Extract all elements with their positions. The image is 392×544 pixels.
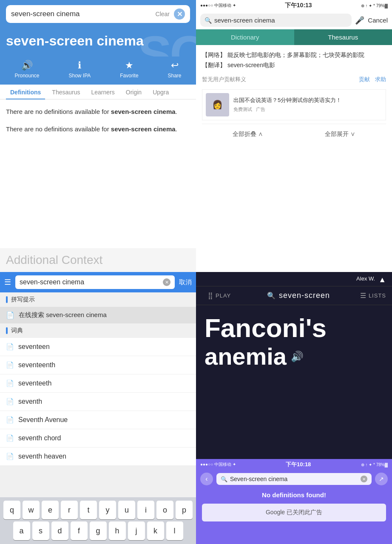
key-a[interactable]: a: [13, 521, 30, 540]
q3-dict-label: 词典: [11, 327, 23, 334]
key-l[interactable]: l: [166, 521, 183, 540]
q4b-clear-button[interactable]: ✕: [361, 476, 367, 482]
q3-suggestion-seventh-chord[interactable]: 📄 seventh chord: [0, 429, 196, 448]
key-y[interactable]: y: [99, 501, 116, 519]
key-w[interactable]: w: [23, 501, 40, 519]
q1-tabs: Definitions Thesaurus Learners Origin Up…: [0, 85, 196, 99]
q4-sound-icon[interactable]: 🔊: [291, 351, 304, 363]
q3-cancel-button[interactable]: 取消: [179, 278, 192, 286]
q4-lists-nav[interactable]: ☰ LISTS: [360, 292, 386, 300]
q4-play-icon: ⣿: [208, 292, 213, 300]
key-r[interactable]: r: [61, 501, 78, 519]
q2-expand-all-button[interactable]: 全部展开 ∨: [325, 129, 355, 139]
q3-suggestion-text-2: seventeenth: [18, 361, 55, 369]
q3-suggestion-seventh-heaven[interactable]: 📄 seventh heaven: [0, 448, 196, 466]
q1-pronounce-button[interactable]: 🔊 Pronounce: [14, 60, 39, 79]
q1-clear-button[interactable]: Clear: [156, 11, 170, 17]
q2-tab-thesaurus[interactable]: Thesaurus: [294, 29, 392, 45]
q4-vocab-app: Alex W. ▲ ⣿ PLAY 🔍 seven-screen ☰ LISTS …: [196, 272, 392, 544]
tab-upgrade[interactable]: Upgra: [148, 85, 173, 99]
q2-contrib-link2[interactable]: 求助: [375, 75, 386, 84]
q2-contrib-row: 暂无用户贡献释义 贡献 求助: [202, 75, 386, 84]
tab-definitions[interactable]: Definitions: [6, 85, 45, 99]
q4-anemia-row: anemia 🔊: [205, 343, 383, 370]
q2-contrib-link1[interactable]: 贡献: [359, 75, 370, 84]
q2-cancel-button[interactable]: Cancel: [368, 17, 388, 24]
q2-contrib-label: 暂无用户贡献释义: [202, 75, 246, 84]
q3-search-input[interactable]: [20, 278, 163, 286]
q4b-no-definitions: No definitions found!: [196, 488, 392, 501]
q1-dictionary-app: Clear ✕ seven-screen cinema SC 🔊 Pronoun…: [0, 0, 196, 272]
q3-suggestion-seventeen[interactable]: 📄 seventeen: [0, 338, 196, 356]
q1-definition-para2: There are no definitions available for s…: [6, 125, 190, 134]
q4-play-label: PLAY: [216, 292, 231, 299]
q2-ad-badge: 广告: [256, 107, 265, 112]
q3-suggestion-seventeenth[interactable]: 📄 seventeenth: [0, 356, 196, 374]
q1-share-button[interactable]: ↩ Share: [168, 60, 182, 79]
q3-online-search-item[interactable]: 📄 在线搜索 seven-screen cinema: [0, 307, 196, 323]
q4b-battery: ⊕ ↑ ✦ * 78%▓: [361, 462, 388, 467]
q1-additional-context: Additional Context: [0, 248, 196, 272]
pronounce-label: Pronounce: [14, 73, 39, 79]
key-q[interactable]: q: [3, 501, 20, 519]
key-f[interactable]: f: [71, 521, 88, 540]
q2-search-box[interactable]: 🔍 seven-screen cinema: [200, 14, 352, 27]
q4b-status-bar: ●●●○○ 中国移动 ✦ 下午10:18 ⊕ ↑ ✦ * 78%▓: [196, 459, 392, 470]
key-s[interactable]: s: [32, 521, 49, 540]
q4b-back-button[interactable]: ‹: [200, 473, 213, 485]
key-j[interactable]: j: [128, 521, 145, 540]
tab-thesaurus[interactable]: Thesaurus: [48, 85, 84, 99]
tab-learners[interactable]: Learners: [87, 85, 119, 99]
q3-doc-icon: 📄: [6, 311, 14, 319]
q3-suggestion-text-6: seventh chord: [18, 434, 61, 442]
q4-lists-icon: ☰: [360, 292, 366, 300]
q3-hint-label: 拼写提示: [11, 296, 35, 303]
q2-tab-dictionary[interactable]: Dictionary: [196, 29, 294, 45]
q1-close-button[interactable]: ✕: [174, 8, 185, 20]
q4-user-avatar[interactable]: ▲: [378, 275, 386, 284]
key-i[interactable]: i: [137, 501, 154, 519]
key-t[interactable]: t: [80, 501, 97, 519]
q3-suggestion-seventeeth[interactable]: 📄 seventeeth: [0, 374, 196, 393]
q3-doc-icon-3: 📄: [6, 380, 14, 387]
q2-search-row: 🔍 seven-screen cinema 🎤 Cancel: [196, 11, 392, 29]
q4-play-nav[interactable]: ⣿ PLAY: [202, 289, 237, 302]
key-d[interactable]: d: [51, 521, 68, 540]
q2-chinese-dictionary: ●●●○○ 中国移动 ✦ 下午10:13 ⊕ ↑ ✦ * 79%▓ 🔍 seve…: [196, 0, 392, 272]
key-u[interactable]: u: [118, 501, 135, 519]
key-h[interactable]: h: [109, 521, 126, 540]
q2-ad-text: 出国不会说英语？5分钟测试你的英语实力！ 免费测试 广告: [233, 96, 382, 113]
q4-user-name: Alex W.: [356, 275, 375, 284]
q4-nav-bar: ⣿ PLAY 🔍 seven-screen ☰ LISTS: [196, 286, 392, 305]
q3-menu-icon[interactable]: ☰: [4, 278, 11, 287]
q3-doc-icon-5: 📄: [6, 416, 14, 424]
key-k[interactable]: k: [147, 521, 164, 540]
q4-fanconi-text: Fanconi's: [205, 314, 383, 343]
key-e[interactable]: e: [42, 501, 59, 519]
q3-doc-icon-1: 📄: [6, 343, 14, 351]
q3-suggestion-seventh[interactable]: 📄 seventh: [0, 393, 196, 411]
q4b-share-button[interactable]: ↗: [375, 473, 388, 485]
q1-search-input[interactable]: [11, 10, 156, 18]
key-o[interactable]: o: [156, 501, 173, 519]
q1-favorite-button[interactable]: ★ Favorite: [120, 60, 138, 79]
q2-ad-box[interactable]: 👩 出国不会说英语？5分钟测试你的英语实力！ 免费测试 广告: [202, 89, 386, 120]
q1-definition-para1: There are no definitions available for s…: [6, 107, 190, 117]
tab-origin[interactable]: Origin: [122, 85, 146, 99]
q2-fold-all-button[interactable]: 全部折叠 ∧: [233, 129, 263, 139]
q3-suggestion-text-4: seventh: [18, 398, 42, 405]
q2-mic-icon[interactable]: 🎤: [355, 16, 364, 25]
q2-battery-text: ⊕ ↑ ✦ * 79%▓: [361, 3, 388, 8]
q2-fold-row: 全部折叠 ∧ 全部展开 ∨: [202, 124, 386, 144]
key-g[interactable]: g: [90, 521, 107, 540]
q1-definitions-content: There are no definitions available for s…: [0, 99, 196, 248]
q3-doc-icon-2: 📄: [6, 361, 14, 369]
key-p[interactable]: p: [176, 501, 193, 519]
q3-clear-button[interactable]: ✕: [163, 278, 170, 286]
q3-suggestion-seventh-avenue[interactable]: 📄 Seventh Avenue: [0, 411, 196, 429]
q2-search-value: seven-screen cinema: [214, 17, 347, 24]
q4-search-icon: 🔍: [267, 292, 276, 300]
q1-word-heading: seven-screen cinema: [6, 33, 190, 49]
q1-showipa-button[interactable]: ℹ Show IPA: [68, 60, 91, 79]
q4-word-display: Fanconi's anemia 🔊: [196, 305, 392, 459]
